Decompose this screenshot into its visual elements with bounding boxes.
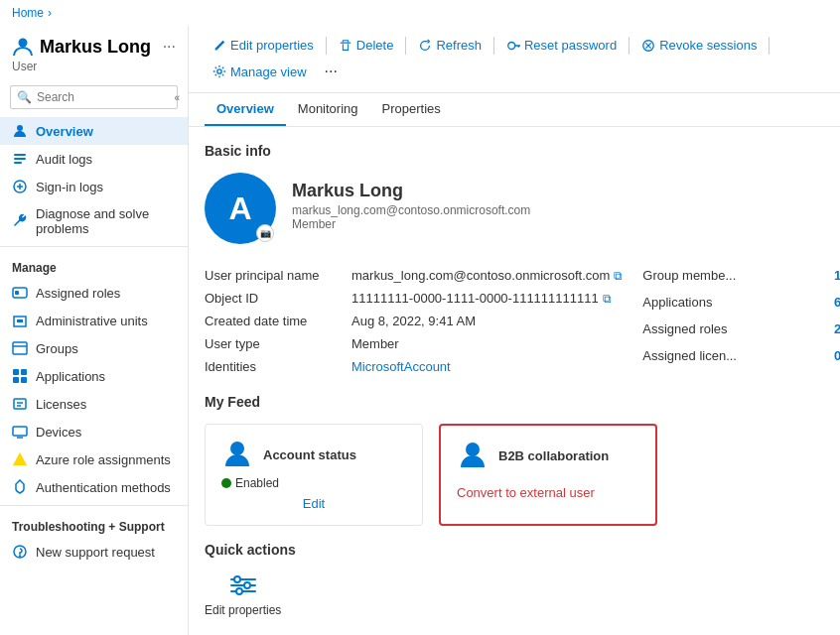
sidebar-item-licenses-label: Licenses bbox=[36, 397, 86, 412]
quick-action-edit-properties[interactable]: Edit properties bbox=[205, 572, 281, 617]
key-icon bbox=[506, 39, 520, 53]
copy-obj-icon[interactable]: ⧉ bbox=[603, 292, 612, 306]
camera-icon[interactable]: 📷 bbox=[256, 224, 274, 242]
sidebar-item-groups[interactable]: Groups bbox=[0, 334, 188, 362]
support-icon bbox=[12, 544, 28, 560]
sidebar-item-sign-in-logs-label: Sign-in logs bbox=[36, 180, 103, 194]
toolbar-sep-4 bbox=[629, 37, 630, 55]
sidebar-item-new-support-label: New support request bbox=[36, 545, 155, 560]
tab-properties[interactable]: Properties bbox=[370, 93, 453, 126]
prop-created-value: Aug 8, 2022, 9:41 AM bbox=[351, 314, 476, 328]
stat-group-value[interactable]: 1 bbox=[834, 268, 840, 283]
quick-action-edit-label: Edit properties bbox=[205, 603, 281, 617]
building-icon bbox=[12, 313, 28, 328]
reset-password-button[interactable]: Reset password bbox=[498, 34, 625, 57]
user-email: markus_long.com@contoso.onmicrosoft.com bbox=[292, 203, 530, 217]
svg-rect-18 bbox=[13, 427, 27, 436]
sidebar-item-admin-units[interactable]: Administrative units bbox=[0, 307, 188, 334]
prop-object-id-label: Object ID bbox=[205, 291, 344, 306]
quick-actions-section: Quick actions Edit properties bbox=[205, 542, 824, 617]
stat-roles-label: Assigned roles bbox=[642, 321, 727, 336]
sidebar-item-diagnose[interactable]: Diagnose and solve problems bbox=[0, 200, 188, 242]
revoke-icon bbox=[641, 39, 655, 53]
account-status-edit-link[interactable]: Edit bbox=[221, 496, 406, 511]
convert-external-link[interactable]: Convert to external user bbox=[457, 477, 639, 500]
roles-icon bbox=[12, 285, 28, 301]
quick-actions-list: Edit properties bbox=[205, 572, 824, 617]
sidebar-item-auth-methods-label: Authentication methods bbox=[36, 480, 171, 495]
svg-rect-7 bbox=[15, 291, 19, 295]
properties-grid: User principal name markus_long.com@cont… bbox=[205, 264, 824, 378]
sidebar-item-audit-logs[interactable]: Audit logs bbox=[0, 145, 188, 173]
svg-point-0 bbox=[19, 39, 28, 48]
user-avatar-icon bbox=[12, 36, 34, 58]
svg-rect-15 bbox=[13, 377, 19, 383]
sidebar-item-groups-label: Groups bbox=[36, 341, 78, 356]
stat-roles-value[interactable]: 2 bbox=[834, 321, 840, 336]
sidebar-item-licenses[interactable]: Licenses bbox=[0, 390, 188, 418]
tab-monitoring[interactable]: Monitoring bbox=[286, 93, 370, 126]
refresh-button[interactable]: Refresh bbox=[410, 34, 490, 57]
svg-rect-3 bbox=[14, 158, 26, 160]
sidebar-item-audit-logs-label: Audit logs bbox=[36, 152, 92, 167]
prop-user-type: User type Member bbox=[205, 332, 623, 355]
sidebar-item-azure-roles-label: Azure role assignments bbox=[36, 452, 171, 467]
sidebar-item-assigned-roles-label: Assigned roles bbox=[36, 286, 120, 301]
edit-properties-button[interactable]: Edit properties bbox=[205, 34, 322, 57]
sidebar-item-sign-in-logs[interactable]: Sign-in logs bbox=[0, 173, 188, 200]
toolbar-sep-2 bbox=[405, 37, 406, 55]
sidebar-item-new-support[interactable]: New support request bbox=[0, 538, 188, 566]
stat-assigned-licenses: Assigned licen... 0 bbox=[642, 344, 840, 367]
manage-view-button[interactable]: Manage view bbox=[205, 61, 315, 83]
sidebar-item-azure-roles[interactable]: Azure role assignments bbox=[0, 445, 188, 473]
toolbar-sep-1 bbox=[326, 37, 327, 55]
sidebar: Markus Long ··· User 🔍 « Overview Audit … bbox=[0, 26, 189, 635]
search-input[interactable] bbox=[10, 85, 178, 109]
copy-upn-icon[interactable]: ⧉ bbox=[614, 269, 623, 283]
sidebar-item-devices-label: Devices bbox=[36, 425, 81, 440]
sidebar-troubleshoot-label: Troubleshooting + Support bbox=[0, 510, 188, 538]
breadcrumb-separator: › bbox=[48, 6, 52, 20]
delete-icon bbox=[339, 39, 352, 53]
device-icon bbox=[12, 424, 28, 440]
page-content: Basic info A 📷 Markus Long markus_long.c… bbox=[189, 127, 840, 635]
svg-point-26 bbox=[217, 69, 221, 73]
license-icon bbox=[12, 396, 28, 412]
breadcrumb-home[interactable]: Home bbox=[12, 6, 44, 20]
account-status-header: Account status bbox=[221, 439, 406, 470]
prop-created-label: Created date time bbox=[205, 314, 344, 328]
svg-rect-9 bbox=[17, 319, 20, 322]
avatar-container: A 📷 bbox=[205, 173, 276, 244]
svg-point-1 bbox=[17, 125, 23, 131]
sidebar-item-assigned-roles[interactable]: Assigned roles bbox=[0, 279, 188, 307]
svg-rect-4 bbox=[14, 162, 22, 164]
toolbar-more-button[interactable]: ··· bbox=[317, 59, 346, 84]
stat-apps-value[interactable]: 6 bbox=[834, 295, 840, 310]
svg-rect-16 bbox=[21, 377, 27, 383]
prop-upn: User principal name markus_long.com@cont… bbox=[205, 264, 623, 287]
prop-identities: Identities MicrosoftAccount bbox=[205, 355, 623, 378]
stat-apps-label: Applications bbox=[642, 295, 712, 310]
sidebar-item-auth-methods[interactable]: Authentication methods bbox=[0, 473, 188, 501]
revoke-sessions-button[interactable]: Revoke sessions bbox=[633, 34, 765, 57]
tab-overview[interactable]: Overview bbox=[205, 93, 286, 126]
my-feed-section: My Feed Account status bbox=[205, 394, 824, 526]
sidebar-more-button[interactable]: ··· bbox=[163, 38, 176, 56]
stat-licenses-value[interactable]: 0 bbox=[834, 348, 840, 363]
b2b-title: B2B collaboration bbox=[498, 448, 609, 463]
delete-button[interactable]: Delete bbox=[331, 34, 402, 57]
identities-link[interactable]: MicrosoftAccount bbox=[351, 359, 451, 374]
refresh-label: Refresh bbox=[436, 38, 482, 53]
sidebar-item-overview[interactable]: Overview bbox=[0, 117, 188, 145]
sidebar-item-applications[interactable]: Applications bbox=[0, 362, 188, 390]
sidebar-header: Markus Long ··· User bbox=[0, 26, 188, 77]
auth-icon bbox=[12, 479, 28, 495]
collapse-icon[interactable]: « bbox=[174, 92, 180, 103]
properties-left: User principal name markus_long.com@cont… bbox=[205, 264, 623, 378]
svg-rect-14 bbox=[21, 369, 27, 375]
svg-rect-17 bbox=[14, 399, 26, 409]
svg-point-34 bbox=[236, 588, 242, 594]
svg-point-27 bbox=[230, 442, 244, 455]
sidebar-item-devices[interactable]: Devices bbox=[0, 418, 188, 445]
tabs-bar: Overview Monitoring Properties bbox=[189, 93, 840, 127]
